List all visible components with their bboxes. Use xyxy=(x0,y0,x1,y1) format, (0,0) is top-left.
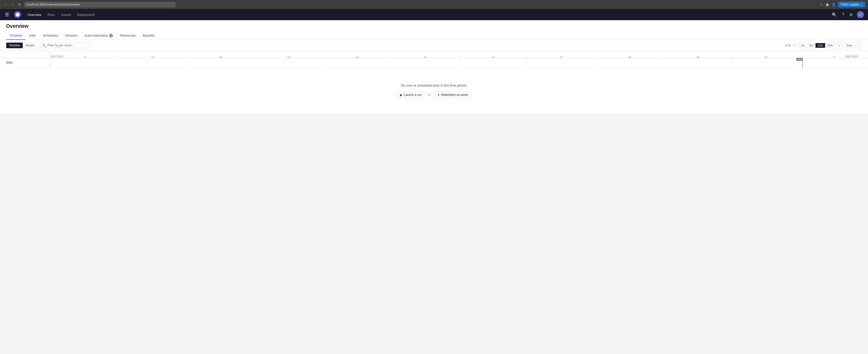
timeline-header-row: 19/07/2024 20/07/2024 23 01 02 03 04 05 … xyxy=(0,51,868,58)
bookmark-icon[interactable]: ☆ xyxy=(820,2,823,6)
tab-schedules[interactable]: Schedules xyxy=(39,32,62,40)
timeline-label-header xyxy=(0,51,51,58)
timeline-time-header: 19/07/2024 20/07/2024 23 01 02 03 04 05 … xyxy=(51,51,868,58)
finish-update-button[interactable]: Finish update ⌄ xyxy=(838,2,865,7)
help-icon[interactable]: ? xyxy=(841,11,845,18)
time-mark-04: 04 xyxy=(323,54,391,58)
timeline-section: Timeline Assets 🔍 0.16 ⓘ 1hr 6hr 12hr 24… xyxy=(0,40,868,114)
back-button[interactable]: ← xyxy=(3,2,8,7)
time-marks: 23 01 02 03 04 05 06 07 08 09 10 11 xyxy=(51,54,868,58)
time-mark-10: 10 xyxy=(732,54,800,58)
grid-lines xyxy=(51,58,868,68)
materialize-asset-button[interactable]: ✦ Materialize an asset xyxy=(434,91,472,98)
reload-button[interactable]: ↻ xyxy=(17,2,22,7)
time-range-controls: 0.16 ⓘ 1hr 6hr 12hr 24hr ← Now → xyxy=(785,42,862,49)
view-timeline-button[interactable]: Timeline xyxy=(6,43,23,48)
time-mark-03: 03 xyxy=(255,54,323,58)
time-mark-11: 11 xyxy=(800,54,868,58)
chevron-down-icon: ⌄ xyxy=(860,3,863,6)
time-mark-07: 07 xyxy=(527,54,595,58)
filter-input[interactable] xyxy=(48,44,88,47)
header-actions: 🔍 ? ⚙ U xyxy=(831,11,864,18)
timeline-prev-button[interactable]: ← xyxy=(837,42,843,49)
timeline-body-row: Jobs xyxy=(0,58,868,68)
filter-search-icon: 🔍 xyxy=(42,44,46,47)
nav-overview[interactable]: Overview xyxy=(25,11,44,18)
address-bar[interactable]: localhost:3000/overview/activity/timelin… xyxy=(24,2,176,7)
launch-run-button[interactable]: ▶ Launch a run xyxy=(397,91,425,98)
user-avatar[interactable]: U xyxy=(857,11,864,18)
time-mark-06: 06 xyxy=(459,54,527,58)
tab-jobs[interactable]: Jobs xyxy=(26,32,39,40)
time-mark-05: 05 xyxy=(391,54,459,58)
empty-state: No runs or scheduled ticks in this time … xyxy=(0,68,868,114)
time-mark-02: 02 xyxy=(187,54,255,58)
timeline-grid: 19/07/2024 20/07/2024 23 01 02 03 04 05 … xyxy=(0,51,868,114)
nav-assets[interactable]: Assets xyxy=(59,11,74,18)
timeline-controls: Timeline Assets 🔍 0.16 ⓘ 1hr 6hr 12hr 24… xyxy=(0,40,868,51)
time-6hr-button[interactable]: 6hr xyxy=(807,43,815,48)
time-button-group: 1hr 6hr 12hr 24hr xyxy=(799,43,835,48)
page-header: Overview Timeline Jobs Schedules Sensors… xyxy=(0,20,868,40)
menu-button[interactable]: ☰ xyxy=(4,11,10,19)
tab-timeline[interactable]: Timeline xyxy=(6,32,26,40)
time-mark-08: 08 xyxy=(595,54,663,58)
time-mark-09: 09 xyxy=(663,54,732,58)
nav-runs[interactable]: Runs xyxy=(45,11,58,18)
version-info-icon[interactable]: ⓘ xyxy=(792,42,797,49)
tab-resources[interactable]: Resources xyxy=(116,32,139,40)
empty-state-actions: ▶ Launch a run or ✦ Materialize an asset xyxy=(397,91,471,98)
filter-container: 🔍 xyxy=(40,43,90,48)
time-mark-01: 01 xyxy=(119,54,187,58)
url-text: localhost:3000/overview/activity/timelin… xyxy=(27,3,80,6)
logo-inner xyxy=(16,12,20,17)
browser-actions: ☆ ▣ 👤 Finish update ⌄ xyxy=(820,2,865,7)
view-toggle: Timeline Assets xyxy=(6,42,37,49)
tab-backfills[interactable]: Backfills xyxy=(139,32,158,40)
version-label: 0.16 xyxy=(785,44,790,47)
auto-materialize-badge: ● xyxy=(109,34,113,37)
play-icon: ▶ xyxy=(400,93,403,97)
nav-deployment[interactable]: Deployment xyxy=(75,11,97,18)
timeline-next-button[interactable]: → xyxy=(856,42,862,49)
time-mark-23: 23 xyxy=(51,54,119,58)
time-12hr-button[interactable]: 12hr xyxy=(815,43,825,48)
app-logo[interactable] xyxy=(14,11,21,18)
app-header: ☰ Overview Runs Assets Deployment 🔍 ? ⚙ … xyxy=(0,9,868,20)
search-icon[interactable]: 🔍 xyxy=(831,11,838,18)
now-tooltip: now xyxy=(796,58,803,61)
tab-sensors[interactable]: Sensors xyxy=(62,32,81,40)
page-title: Overview xyxy=(6,23,862,29)
extensions-icon[interactable]: ▣ xyxy=(826,2,829,6)
jobs-label: Jobs xyxy=(0,58,51,68)
forward-button[interactable]: → xyxy=(10,2,16,7)
time-1hr-button[interactable]: 1hr xyxy=(799,43,807,48)
browser-nav-buttons: ← → ↻ xyxy=(3,2,22,7)
view-assets-button[interactable]: Assets xyxy=(23,43,37,48)
timeline-now-button[interactable]: Now xyxy=(844,43,855,48)
main-nav: Overview Runs Assets Deployment xyxy=(25,11,97,18)
main-content: Overview Timeline Jobs Schedules Sensors… xyxy=(0,20,868,354)
materialize-icon: ✦ xyxy=(437,93,440,97)
time-24hr-button[interactable]: 24hr xyxy=(825,43,835,48)
page-tabs: Timeline Jobs Schedules Sensors Auto-mat… xyxy=(6,32,862,40)
empty-state-text: No runs or scheduled ticks in this time … xyxy=(401,84,467,87)
timeline-body-content: now xyxy=(51,58,868,68)
user-profile-icon[interactable]: 👤 xyxy=(831,2,836,6)
tab-auto-materialize[interactable]: Auto-materialize ● xyxy=(81,32,117,40)
or-separator: or xyxy=(428,93,431,97)
now-indicator: now xyxy=(802,58,803,68)
browser-chrome: ← → ↻ localhost:3000/overview/activity/t… xyxy=(0,0,868,9)
settings-icon[interactable]: ⚙ xyxy=(848,11,854,18)
